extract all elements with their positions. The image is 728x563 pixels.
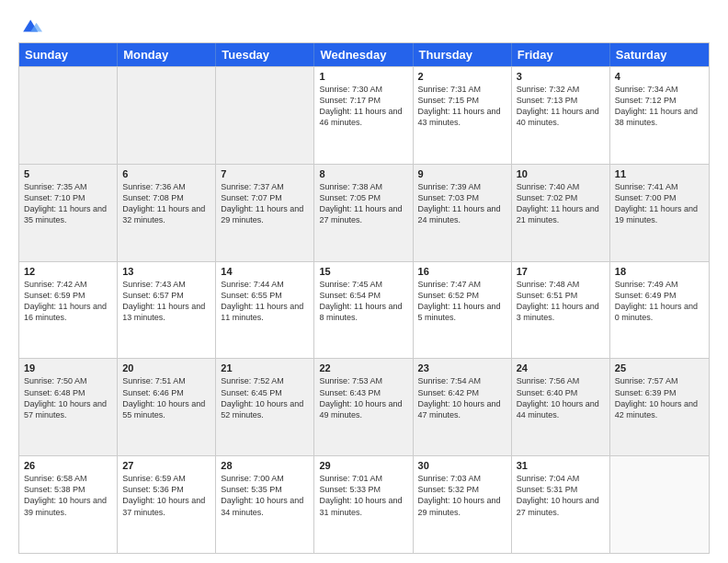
- calendar-week-5: 26Sunrise: 6:58 AM Sunset: 5:38 PM Dayli…: [19, 455, 709, 553]
- calendar-header-monday: Monday: [118, 43, 216, 66]
- day-number: 11: [615, 168, 704, 179]
- cal-cell-9: 9Sunrise: 7:39 AM Sunset: 7:03 PM Daylig…: [414, 165, 512, 261]
- cal-cell-2: 2Sunrise: 7:31 AM Sunset: 7:15 PM Daylig…: [414, 67, 512, 164]
- cell-info: Sunrise: 7:32 AM Sunset: 7:13 PM Dayligh…: [517, 84, 605, 129]
- cal-cell-16: 16Sunrise: 7:47 AM Sunset: 6:52 PM Dayli…: [414, 262, 512, 359]
- cal-cell-31: 31Sunrise: 7:04 AM Sunset: 5:31 PM Dayli…: [512, 456, 610, 553]
- page: SundayMondayTuesdayWednesdayThursdayFrid…: [0, 0, 728, 563]
- day-number: 18: [615, 266, 704, 277]
- cell-info: Sunrise: 7:34 AM Sunset: 7:12 PM Dayligh…: [615, 84, 704, 129]
- cell-info: Sunrise: 7:35 AM Sunset: 7:10 PM Dayligh…: [24, 181, 112, 226]
- cal-cell-7: 7Sunrise: 7:37 AM Sunset: 7:07 PM Daylig…: [216, 165, 314, 261]
- day-number: 16: [418, 266, 506, 277]
- cal-cell-28: 28Sunrise: 7:00 AM Sunset: 5:35 PM Dayli…: [216, 456, 314, 553]
- day-number: 25: [615, 362, 704, 373]
- day-number: 13: [122, 266, 210, 277]
- cal-cell-26: 26Sunrise: 6:58 AM Sunset: 5:38 PM Dayli…: [19, 456, 118, 553]
- calendar-week-2: 5Sunrise: 7:35 AM Sunset: 7:10 PM Daylig…: [19, 164, 709, 261]
- calendar-header-friday: Friday: [512, 43, 610, 66]
- calendar-week-4: 19Sunrise: 7:50 AM Sunset: 6:48 PM Dayli…: [19, 358, 709, 455]
- calendar-week-3: 12Sunrise: 7:42 AM Sunset: 6:59 PM Dayli…: [19, 261, 709, 359]
- cell-info: Sunrise: 7:52 AM Sunset: 6:45 PM Dayligh…: [221, 375, 309, 420]
- day-number: 26: [24, 460, 112, 471]
- cal-cell-23: 23Sunrise: 7:54 AM Sunset: 6:42 PM Dayli…: [414, 359, 512, 455]
- cal-cell-empty-0-1: [118, 67, 216, 164]
- day-number: 24: [517, 362, 605, 373]
- day-number: 7: [221, 168, 309, 179]
- cal-cell-6: 6Sunrise: 7:36 AM Sunset: 7:08 PM Daylig…: [118, 165, 216, 261]
- cal-cell-25: 25Sunrise: 7:57 AM Sunset: 6:39 PM Dayli…: [610, 359, 709, 455]
- cal-cell-empty-4-6: [610, 456, 709, 553]
- calendar-header-saturday: Saturday: [610, 43, 709, 66]
- day-number: 30: [418, 460, 506, 471]
- calendar-header-sunday: Sunday: [19, 43, 118, 66]
- cell-info: Sunrise: 7:40 AM Sunset: 7:02 PM Dayligh…: [517, 181, 605, 226]
- cell-info: Sunrise: 7:51 AM Sunset: 6:46 PM Dayligh…: [122, 375, 210, 420]
- cell-info: Sunrise: 7:50 AM Sunset: 6:48 PM Dayligh…: [24, 375, 112, 420]
- calendar: SundayMondayTuesdayWednesdayThursdayFrid…: [18, 42, 710, 554]
- day-number: 12: [24, 266, 112, 277]
- day-number: 29: [319, 460, 407, 471]
- cal-cell-22: 22Sunrise: 7:53 AM Sunset: 6:43 PM Dayli…: [314, 359, 413, 455]
- day-number: 19: [24, 362, 112, 373]
- day-number: 22: [319, 362, 407, 373]
- cal-cell-14: 14Sunrise: 7:44 AM Sunset: 6:55 PM Dayli…: [216, 262, 314, 359]
- cell-info: Sunrise: 7:37 AM Sunset: 7:07 PM Dayligh…: [221, 181, 309, 226]
- cell-info: Sunrise: 7:31 AM Sunset: 7:15 PM Dayligh…: [418, 84, 506, 129]
- cal-cell-29: 29Sunrise: 7:01 AM Sunset: 5:33 PM Dayli…: [314, 456, 413, 553]
- cal-cell-8: 8Sunrise: 7:38 AM Sunset: 7:05 PM Daylig…: [314, 165, 413, 261]
- day-number: 15: [319, 266, 407, 277]
- cell-info: Sunrise: 7:53 AM Sunset: 6:43 PM Dayligh…: [319, 375, 407, 420]
- logo-icon: [20, 15, 42, 37]
- cal-cell-12: 12Sunrise: 7:42 AM Sunset: 6:59 PM Dayli…: [19, 262, 118, 359]
- cell-info: Sunrise: 7:30 AM Sunset: 7:17 PM Dayligh…: [319, 84, 407, 129]
- day-number: 1: [319, 71, 407, 82]
- cal-cell-1: 1Sunrise: 7:30 AM Sunset: 7:17 PM Daylig…: [314, 67, 413, 164]
- cal-cell-10: 10Sunrise: 7:40 AM Sunset: 7:02 PM Dayli…: [512, 165, 610, 261]
- cal-cell-4: 4Sunrise: 7:34 AM Sunset: 7:12 PM Daylig…: [610, 67, 709, 164]
- cell-info: Sunrise: 6:58 AM Sunset: 5:38 PM Dayligh…: [24, 473, 112, 518]
- day-number: 28: [221, 460, 309, 471]
- cal-cell-24: 24Sunrise: 7:56 AM Sunset: 6:40 PM Dayli…: [512, 359, 610, 455]
- day-number: 14: [221, 266, 309, 277]
- cell-info: Sunrise: 7:48 AM Sunset: 6:51 PM Dayligh…: [517, 279, 605, 324]
- calendar-body: 1Sunrise: 7:30 AM Sunset: 7:17 PM Daylig…: [19, 66, 709, 553]
- cell-info: Sunrise: 7:03 AM Sunset: 5:32 PM Dayligh…: [418, 473, 506, 518]
- cell-info: Sunrise: 7:54 AM Sunset: 6:42 PM Dayligh…: [418, 375, 506, 420]
- cal-cell-3: 3Sunrise: 7:32 AM Sunset: 7:13 PM Daylig…: [512, 67, 610, 164]
- cal-cell-11: 11Sunrise: 7:41 AM Sunset: 7:00 PM Dayli…: [610, 165, 709, 261]
- cell-info: Sunrise: 7:42 AM Sunset: 6:59 PM Dayligh…: [24, 279, 112, 324]
- day-number: 8: [319, 168, 407, 179]
- cell-info: Sunrise: 7:41 AM Sunset: 7:00 PM Dayligh…: [615, 181, 704, 226]
- cell-info: Sunrise: 7:01 AM Sunset: 5:33 PM Dayligh…: [319, 473, 407, 518]
- cell-info: Sunrise: 7:43 AM Sunset: 6:57 PM Dayligh…: [122, 279, 210, 324]
- calendar-header-thursday: Thursday: [414, 43, 512, 66]
- day-number: 20: [122, 362, 210, 373]
- day-number: 2: [418, 71, 506, 82]
- logo: [18, 15, 42, 33]
- day-number: 10: [517, 168, 605, 179]
- day-number: 9: [418, 168, 506, 179]
- cal-cell-27: 27Sunrise: 6:59 AM Sunset: 5:36 PM Dayli…: [118, 456, 216, 553]
- cal-cell-17: 17Sunrise: 7:48 AM Sunset: 6:51 PM Dayli…: [512, 262, 610, 359]
- cell-info: Sunrise: 7:56 AM Sunset: 6:40 PM Dayligh…: [517, 375, 605, 420]
- cal-cell-15: 15Sunrise: 7:45 AM Sunset: 6:54 PM Dayli…: [314, 262, 413, 359]
- day-number: 23: [418, 362, 506, 373]
- cell-info: Sunrise: 7:44 AM Sunset: 6:55 PM Dayligh…: [221, 279, 309, 324]
- cell-info: Sunrise: 7:49 AM Sunset: 6:49 PM Dayligh…: [615, 279, 704, 324]
- cell-info: Sunrise: 7:38 AM Sunset: 7:05 PM Dayligh…: [319, 181, 407, 226]
- day-number: 5: [24, 168, 112, 179]
- cell-info: Sunrise: 7:45 AM Sunset: 6:54 PM Dayligh…: [319, 279, 407, 324]
- cell-info: Sunrise: 7:00 AM Sunset: 5:35 PM Dayligh…: [221, 473, 309, 518]
- day-number: 27: [122, 460, 210, 471]
- cal-cell-20: 20Sunrise: 7:51 AM Sunset: 6:46 PM Dayli…: [118, 359, 216, 455]
- day-number: 3: [517, 71, 605, 82]
- day-number: 31: [517, 460, 605, 471]
- header: [18, 15, 710, 33]
- cell-info: Sunrise: 7:47 AM Sunset: 6:52 PM Dayligh…: [418, 279, 506, 324]
- cell-info: Sunrise: 7:57 AM Sunset: 6:39 PM Dayligh…: [615, 375, 704, 420]
- day-number: 6: [122, 168, 210, 179]
- cal-cell-21: 21Sunrise: 7:52 AM Sunset: 6:45 PM Dayli…: [216, 359, 314, 455]
- calendar-header-wednesday: Wednesday: [314, 43, 413, 66]
- calendar-header-row: SundayMondayTuesdayWednesdayThursdayFrid…: [19, 43, 709, 66]
